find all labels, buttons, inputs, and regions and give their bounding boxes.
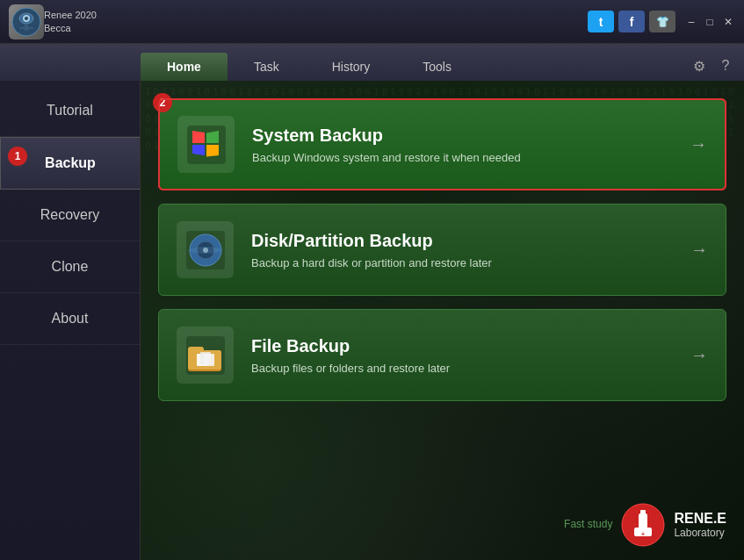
svg-text:+: + [641,531,645,537]
disk-backup-desc: Backup a hard disk or partition and rest… [251,256,677,269]
system-backup-content: System Backup Backup Windows system and … [252,126,676,164]
sidebar-item-clone[interactable]: Clone [0,241,140,293]
settings-icon[interactable]: ⚙ [690,56,709,75]
tab-tools[interactable]: Tools [396,53,478,81]
file-backup-title: File Backup [251,336,677,356]
branding: Fast study + RENE.E Laboratory [564,503,726,547]
app-title: Renee 2020 Becca [44,9,97,34]
branding-name: RENE.E [674,510,726,527]
sidebar-item-backup[interactable]: 1 Backup [0,137,140,190]
sidebar: Tutorial 1 Backup Recovery Clone About [0,81,141,560]
app-logo [9,4,44,39]
tab-history[interactable]: History [306,53,397,81]
svg-marker-7 [192,131,205,143]
social-buttons: t f 👕 [588,11,675,32]
maximize-button[interactable]: □ [703,15,717,29]
main-area: Tutorial 1 Backup Recovery Clone About 1… [0,81,744,560]
svg-point-3 [25,17,28,20]
svg-rect-22 [204,354,214,366]
minimize-button[interactable]: – [684,15,698,29]
disk-backup-title: Disk/Partition Backup [251,231,677,251]
twitter-button[interactable]: t [588,11,614,32]
system-backup-arrow: → [690,134,707,154]
sidebar-item-recovery[interactable]: Recovery [0,190,140,241]
file-backup-arrow: → [690,345,708,365]
svg-rect-5 [19,27,33,29]
svg-rect-26 [640,510,646,517]
branding-subtitle: Laboratory [674,527,726,539]
file-backup-desc: Backup files or folders and restore late… [251,362,677,375]
titlebar: Renee 2020 Becca t f 👕 – □ ✕ [0,0,744,44]
svg-marker-10 [206,145,219,157]
sidebar-item-about[interactable]: About [0,293,140,345]
svg-marker-9 [192,145,205,155]
disk-backup-icon [177,221,234,278]
disk-backup-content: Disk/Partition Backup Backup a hard disk… [251,231,677,269]
system-backup-icon [177,116,235,173]
close-button[interactable]: ✕ [721,15,735,29]
system-backup-card[interactable]: 2 System Backup Backup Windows system an… [158,98,726,190]
facebook-button[interactable]: f [618,11,645,32]
file-backup-content: File Backup Backup files or folders and … [251,336,677,375]
file-backup-icon [177,327,234,384]
navbar-right-icons: ⚙ ? [690,56,735,75]
tab-home[interactable]: Home [141,53,228,81]
system-backup-desc: Backup Windows system and restore it whe… [252,151,676,164]
branding-logo-icon: + [621,503,665,547]
system-backup-title: System Backup [252,126,676,146]
navbar: Home Task History Tools ⚙ ? [0,44,744,81]
sidebar-badge-1: 1 [8,147,27,166]
help-icon[interactable]: ? [716,56,735,75]
tab-task[interactable]: Task [228,53,306,81]
disk-partition-backup-card[interactable]: Disk/Partition Backup Backup a hard disk… [158,204,726,296]
file-backup-card[interactable]: File Backup Backup files or folders and … [158,309,726,401]
shirt-button[interactable]: 👕 [649,11,675,32]
branding-tagline: Fast study [564,518,612,532]
content-badge-2: 2 [153,93,172,112]
sidebar-item-tutorial[interactable]: Tutorial [0,85,140,137]
content-area: 1011001010011010100101101001010010100110… [141,81,744,560]
window-controls: – □ ✕ [684,15,735,29]
svg-point-15 [190,247,221,254]
branding-name-block: RENE.E Laboratory [674,510,726,540]
disk-backup-arrow: → [690,240,708,260]
